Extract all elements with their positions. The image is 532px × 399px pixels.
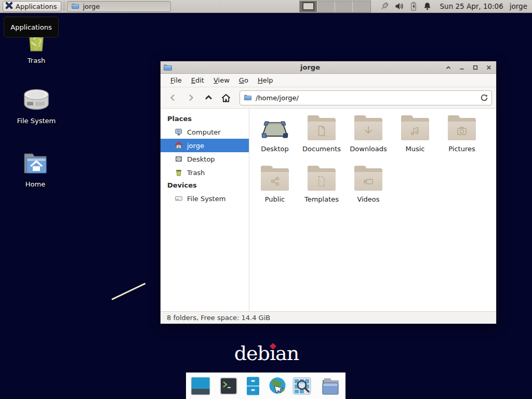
sidebar-item-desktop[interactable]: Desktop bbox=[161, 152, 249, 166]
location-path[interactable]: /home/jorge/ bbox=[256, 94, 479, 102]
sidebar: Places Computer jorge Desktop bbox=[161, 109, 249, 311]
menu-file[interactable]: File bbox=[167, 75, 185, 86]
terminal-icon[interactable] bbox=[218, 375, 239, 397]
folder-label: Documents bbox=[302, 145, 341, 153]
folder-item-desktop[interactable]: Desktop bbox=[251, 115, 298, 165]
tooltip-text: Applications bbox=[10, 23, 51, 31]
sidebar-item-file-system[interactable]: File System bbox=[161, 192, 249, 205]
document-emblem-icon bbox=[315, 124, 328, 138]
window-titlebar[interactable]: jorge bbox=[161, 61, 496, 74]
template-emblem-icon bbox=[315, 175, 328, 188]
power-plug-icon[interactable] bbox=[379, 2, 390, 11]
desktop-icon-label: Home bbox=[25, 180, 45, 188]
up-button[interactable] bbox=[200, 90, 217, 105]
folder-label: Templates bbox=[304, 195, 339, 203]
drive-icon bbox=[23, 87, 50, 114]
folder-icon bbox=[308, 168, 336, 191]
folder-item-downloads[interactable]: Downloads bbox=[345, 115, 392, 165]
folder-icon bbox=[244, 94, 252, 102]
download-emblem-icon bbox=[362, 124, 375, 138]
applications-menu-button[interactable]: Applications bbox=[3, 1, 61, 12]
workspace-1[interactable] bbox=[300, 1, 317, 12]
location-bar[interactable]: /home/jorge/ bbox=[240, 90, 492, 105]
sidebar-item-computer[interactable]: Computer bbox=[161, 125, 249, 139]
folder-item-videos[interactable]: Videos bbox=[345, 165, 392, 216]
app-finder-icon[interactable] bbox=[291, 375, 312, 397]
workspace-3[interactable] bbox=[335, 1, 353, 12]
taskbar-window-label: jorge bbox=[83, 3, 100, 10]
folder-item-templates[interactable]: Templates bbox=[298, 165, 345, 216]
workspace-2[interactable] bbox=[317, 1, 335, 12]
applications-tooltip: Applications bbox=[4, 17, 59, 37]
reload-button[interactable] bbox=[479, 92, 489, 103]
notification-bell-icon[interactable] bbox=[423, 2, 432, 11]
menu-help[interactable]: Help bbox=[254, 75, 277, 86]
file-manager-window: jorge File Edit View Go Help bbox=[160, 61, 497, 324]
file-manager-icon[interactable] bbox=[320, 375, 341, 397]
battery-icon[interactable] bbox=[409, 2, 418, 11]
folder-item-music[interactable]: Music bbox=[392, 115, 438, 165]
folder-item-pictures[interactable]: Pictures bbox=[438, 115, 485, 165]
sidebar-item-jorge[interactable]: jorge bbox=[161, 139, 249, 152]
folder-label: Desktop bbox=[261, 145, 289, 153]
desktop-paint-stroke bbox=[111, 283, 145, 300]
desktop-icon-file-system[interactable]: File System bbox=[8, 87, 65, 125]
desktop-emblem-icon bbox=[261, 118, 289, 140]
camera-emblem-icon bbox=[455, 124, 469, 138]
window-content: Places Computer jorge Desktop bbox=[161, 109, 496, 311]
debian-logo-text: debıan bbox=[234, 342, 299, 365]
trash-icon bbox=[175, 168, 183, 177]
debian-logo: debıan bbox=[212, 342, 321, 365]
desktop-icon-home[interactable]: Home bbox=[7, 152, 64, 188]
folder-item-documents[interactable]: Documents bbox=[298, 115, 345, 165]
folder-label: Videos bbox=[357, 195, 379, 203]
sidebar-item-trash[interactable]: Trash bbox=[161, 166, 249, 179]
home-folder-icon bbox=[22, 152, 49, 177]
forward-button[interactable] bbox=[182, 90, 199, 105]
home-button[interactable] bbox=[218, 90, 234, 105]
minimize-button[interactable] bbox=[458, 63, 466, 72]
sidebar-item-label: Desktop bbox=[187, 155, 215, 163]
folder-label: Pictures bbox=[448, 145, 475, 153]
panel-user-actions[interactable]: jorge bbox=[510, 2, 527, 10]
panel-handle[interactable] bbox=[63, 2, 65, 11]
close-button[interactable] bbox=[485, 63, 493, 72]
panel-clock[interactable]: Sun 25 Apr, 10:06 bbox=[440, 2, 503, 10]
video-emblem-icon bbox=[362, 175, 375, 188]
folder-label: Downloads bbox=[350, 145, 387, 153]
applications-menu-label: Applications bbox=[16, 3, 57, 10]
taskbar-window-button[interactable]: jorge bbox=[67, 1, 171, 12]
drive-icon bbox=[175, 194, 183, 203]
statusbar: 8 folders, Free space: 14.4 GiB bbox=[161, 311, 496, 324]
files-grid: Desktop Documents Do bbox=[249, 109, 496, 311]
desktop-icon bbox=[175, 155, 183, 163]
web-browser-icon[interactable] bbox=[267, 375, 288, 397]
shade-button[interactable] bbox=[444, 63, 453, 72]
window-title: jorge bbox=[161, 63, 460, 71]
top-panel: Applications jorge Sun 25 Apr, 10:06 jor… bbox=[0, 0, 532, 13]
volume-icon[interactable] bbox=[394, 2, 404, 11]
menu-view[interactable]: View bbox=[210, 75, 233, 86]
menu-edit[interactable]: Edit bbox=[188, 75, 208, 86]
back-button[interactable] bbox=[165, 90, 181, 105]
folder-label: Music bbox=[406, 145, 425, 153]
folder-icon bbox=[308, 118, 336, 140]
window-controls bbox=[444, 61, 493, 74]
menu-go[interactable]: Go bbox=[235, 75, 252, 86]
workspace-window-thumb bbox=[302, 2, 314, 10]
files-view[interactable]: Desktop Documents Do bbox=[249, 109, 496, 311]
home-icon bbox=[175, 141, 183, 150]
show-desktop-icon[interactable] bbox=[190, 375, 211, 397]
file-cabinet-icon[interactable] bbox=[243, 375, 263, 397]
folder-icon bbox=[448, 118, 476, 140]
dock-panel bbox=[186, 373, 345, 399]
desktop-icon-label: Trash bbox=[28, 57, 45, 64]
folder-label: Public bbox=[265, 195, 285, 203]
maximize-button[interactable] bbox=[471, 63, 480, 72]
sidebar-places-header: Places bbox=[161, 113, 249, 125]
folder-icon bbox=[354, 168, 382, 191]
workspace-4[interactable] bbox=[353, 1, 370, 12]
folder-item-public[interactable]: Public bbox=[251, 165, 298, 216]
folder-icon bbox=[354, 118, 382, 140]
system-tray bbox=[379, 2, 432, 11]
